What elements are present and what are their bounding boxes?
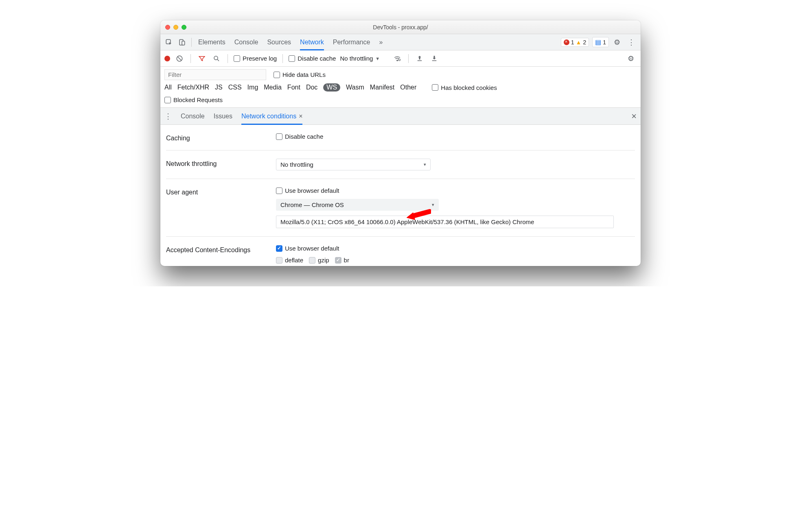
throttling-select[interactable]: No throttling ▼ [340, 55, 380, 62]
enc-br-checkbox[interactable]: br [335, 257, 349, 264]
enc-use-default-label: Use browser default [285, 245, 339, 252]
ua-use-default-checkbox[interactable]: Use browser default [276, 187, 339, 194]
hide-data-urls-label: Hide data URLs [282, 71, 326, 78]
tab-console[interactable]: Console [234, 34, 258, 50]
drawer-kebab-icon[interactable]: ⋮ [164, 112, 172, 121]
minimize-icon[interactable] [173, 25, 178, 30]
pill-manifest[interactable]: Manifest [370, 84, 394, 91]
throttling-label: Network throttling [166, 159, 268, 168]
ua-select-value: Chrome — Chrome OS [280, 201, 344, 208]
record-icon[interactable] [164, 56, 170, 61]
disable-cache-label: Disable cache [298, 55, 336, 62]
tab-overflow[interactable]: » [379, 34, 383, 50]
divider [408, 54, 409, 63]
tab-network[interactable]: Network [300, 35, 324, 50]
ua-select[interactable]: Chrome — Chrome OS ▾ [276, 199, 439, 211]
divider [190, 54, 191, 63]
encodings-label: Accepted Content-Encodings [166, 245, 268, 254]
drawer-tabs: ⋮ Console Issues Network conditions × × [160, 108, 641, 125]
search-icon[interactable] [211, 53, 222, 64]
filter-input[interactable] [164, 69, 266, 80]
upload-icon[interactable] [414, 53, 425, 64]
divider [191, 38, 192, 47]
divider [282, 54, 283, 63]
status-badges: 1 ▲ 2 ▤ 1 [561, 37, 609, 47]
pill-media[interactable]: Media [264, 84, 282, 91]
checkbox-icon [276, 188, 282, 194]
ua-string-input[interactable] [276, 216, 614, 228]
svg-rect-8 [432, 60, 437, 61]
pill-doc[interactable]: Doc [306, 84, 317, 91]
svg-point-4 [214, 56, 218, 60]
disable-cache-checkbox[interactable]: Disable cache [289, 55, 336, 62]
kebab-icon[interactable]: ⋮ [625, 38, 637, 47]
pill-font[interactable]: Font [287, 84, 300, 91]
maximize-icon[interactable] [182, 25, 186, 30]
panel-settings-icon[interactable]: ⚙ [625, 54, 637, 63]
pill-css[interactable]: CSS [228, 84, 242, 91]
tab-performance[interactable]: Performance [333, 34, 370, 50]
caret-down-icon: ▾ [432, 202, 434, 207]
ua-use-default-label: Use browser default [285, 187, 339, 194]
preserve-log-checkbox[interactable]: Preserve log [234, 55, 277, 62]
settings-icon[interactable]: ⚙ [611, 38, 623, 47]
has-blocked-cookies-label: Has blocked cookies [441, 84, 497, 91]
checkbox-icon [432, 84, 438, 91]
pill-all[interactable]: All [164, 84, 172, 91]
throttling-select-value: No throttling [280, 161, 313, 168]
checkbox-icon [274, 72, 280, 78]
message-icon: ▤ [595, 38, 601, 46]
drawer-tab-network-conditions[interactable]: Network conditions × [241, 108, 303, 125]
caret-down-icon: ▾ [424, 162, 426, 167]
enc-deflate-checkbox[interactable]: deflate [276, 257, 303, 264]
close-tab-icon[interactable]: × [299, 113, 302, 120]
user-agent-row: User agent Use browser default Chrome — … [166, 179, 635, 237]
svg-rect-7 [418, 60, 422, 61]
tab-elements[interactable]: Elements [198, 34, 225, 50]
drawer-tab-issues[interactable]: Issues [214, 108, 232, 124]
drawer-tab-console[interactable]: Console [181, 108, 205, 124]
download-icon[interactable] [429, 53, 440, 64]
hide-data-urls-checkbox[interactable]: Hide data URLs [274, 71, 326, 78]
devtools-window: DevTools - proxx.app/ Elements Console S… [160, 20, 641, 266]
enc-use-default-checkbox[interactable]: Use browser default [276, 245, 339, 252]
device-toggle-icon[interactable] [177, 37, 187, 48]
pill-img[interactable]: Img [247, 84, 258, 91]
close-icon[interactable] [165, 25, 170, 30]
error-warning-badge[interactable]: 1 ▲ 2 [561, 38, 589, 47]
has-blocked-cookies-checkbox[interactable]: Has blocked cookies [432, 84, 497, 91]
encodings-options: deflate gzip br [276, 257, 349, 264]
inspect-icon[interactable] [164, 37, 174, 48]
filter-icon[interactable] [197, 53, 207, 64]
checkbox-icon [289, 55, 295, 62]
tab-sources[interactable]: Sources [267, 34, 291, 50]
warning-count: 2 [583, 39, 586, 46]
blocked-requests-checkbox[interactable]: Blocked Requests [164, 96, 637, 103]
encodings-row: Accepted Content-Encodings Use browser d… [166, 237, 635, 266]
pill-fetch-xhr[interactable]: Fetch/XHR [177, 84, 209, 91]
enc-br-label: br [344, 257, 349, 264]
clear-icon[interactable] [174, 53, 185, 64]
caching-label: Caching [166, 133, 268, 142]
user-agent-label: User agent [166, 187, 268, 196]
caching-disable-cache-label: Disable cache [285, 133, 323, 140]
enc-gzip-label: gzip [318, 257, 329, 264]
pill-js[interactable]: JS [215, 84, 223, 91]
checkbox-icon [164, 97, 171, 103]
svg-point-5 [397, 60, 398, 61]
network-toolbar: Preserve log Disable cache No throttling… [160, 50, 641, 67]
pill-wasm[interactable]: Wasm [346, 84, 364, 91]
messages-badge[interactable]: ▤ 1 [592, 37, 609, 47]
pill-other[interactable]: Other [400, 84, 416, 91]
caching-disable-cache-checkbox[interactable]: Disable cache [276, 133, 323, 140]
main-tabs: Elements Console Sources Network Perform… [198, 34, 383, 50]
preserve-log-label: Preserve log [243, 55, 277, 62]
svg-rect-2 [182, 41, 185, 45]
blocked-requests-row: Blocked Requests [160, 95, 641, 108]
window-title: DevTools - proxx.app/ [160, 24, 641, 31]
throttling-select[interactable]: No throttling ▾ [276, 159, 431, 170]
wifi-settings-icon[interactable] [392, 53, 403, 64]
enc-gzip-checkbox[interactable]: gzip [309, 257, 329, 264]
pill-ws[interactable]: WS [323, 83, 340, 92]
close-drawer-icon[interactable]: × [631, 111, 637, 122]
